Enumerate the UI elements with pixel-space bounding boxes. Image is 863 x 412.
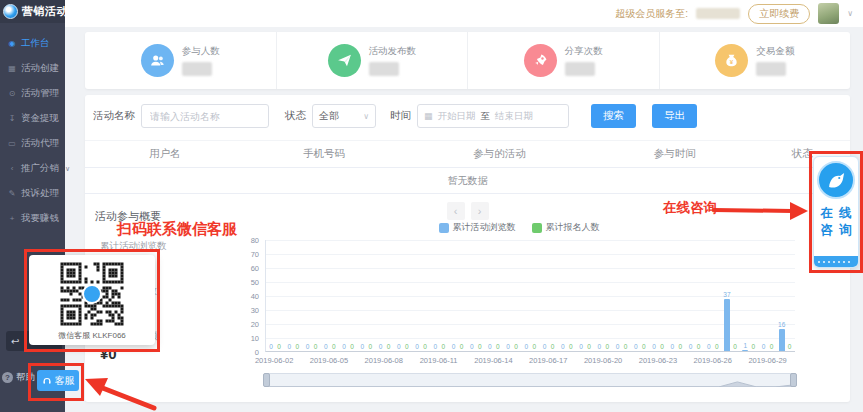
bar-day-group: 00 xyxy=(667,240,685,351)
bar-value-label: 0 xyxy=(624,343,628,350)
bar-value-label: 1 xyxy=(743,342,747,349)
bar-day-group: 160 xyxy=(777,240,795,351)
bar-value-label: 0 xyxy=(277,343,281,350)
rocket-icon xyxy=(524,44,557,77)
x-axis-tick-label: 2019-06-14 xyxy=(474,356,512,365)
renew-now-button[interactable]: 立即续费 xyxy=(748,4,810,24)
stat-card: 活动发布数 xyxy=(276,32,468,89)
export-button[interactable]: 导出 xyxy=(652,104,697,128)
bar-value-label: 0 xyxy=(579,343,583,350)
sidebar-item[interactable]: ✎投诉处理 xyxy=(0,181,65,206)
x-axis-tick-label: 2019-06-26 xyxy=(694,356,732,365)
table-column-header: 参与时间 xyxy=(595,147,754,161)
bar-value-label: 0 xyxy=(606,343,610,350)
bar-value-label: 0 xyxy=(569,343,573,350)
bars-container: 0000000000000000000000000000000000000000… xyxy=(266,240,795,351)
table-column-header: 手机号码 xyxy=(244,147,403,161)
bar-day-group: 00 xyxy=(612,240,630,351)
datazoom-handle-left[interactable] xyxy=(263,373,270,387)
annotation-box-widget xyxy=(809,151,863,273)
bar-value-label: 0 xyxy=(678,343,682,350)
y-axis-tick-label: 30 xyxy=(229,306,259,315)
bar-value-label: 0 xyxy=(332,343,336,350)
bar-value-label: 0 xyxy=(642,343,646,350)
sidebar-item[interactable]: ▦活动创建 xyxy=(0,56,65,81)
x-axis-tick-label: 2019-06-23 xyxy=(639,356,677,365)
next-page-button[interactable]: › xyxy=(471,202,489,220)
user-avatar[interactable] xyxy=(818,3,839,24)
chevron-down-icon[interactable]: ∨ xyxy=(847,9,853,18)
bar-day-group: 370 xyxy=(722,240,740,351)
x-axis-tick-label: 2019-06-08 xyxy=(365,356,403,365)
bar-day-group: 00 xyxy=(394,240,412,351)
sidebar-item[interactable]: ▭活动代理 xyxy=(0,131,65,156)
date-range-picker[interactable]: ▦ 开始日期 至 结束日期 xyxy=(417,104,569,128)
legend-label: 累计活动浏览数 xyxy=(453,221,516,234)
bar-day-group: 00 xyxy=(412,240,430,351)
stat-value-redacted xyxy=(182,62,212,76)
bar-value-label: 0 xyxy=(269,343,273,350)
bar-day-group: 00 xyxy=(485,240,503,351)
x-axis-tick-label: 2019-06-02 xyxy=(255,356,293,365)
bar-value-label: 0 xyxy=(387,343,391,350)
legend-label: 累计报名人数 xyxy=(546,221,600,234)
date-range-to-label: 至 xyxy=(481,110,491,123)
bar-value-label: 0 xyxy=(368,343,372,350)
bar-day-group: 00 xyxy=(631,240,649,351)
stat-value-redacted xyxy=(565,62,595,76)
bar-value-label: 0 xyxy=(670,343,674,350)
sidebar-item-label: 资金提现 xyxy=(21,112,59,125)
prev-page-button[interactable]: ‹ xyxy=(447,202,465,220)
bar-day-group: 00 xyxy=(503,240,521,351)
bar-day-group: 00 xyxy=(375,240,393,351)
bar-value-label: 0 xyxy=(296,343,300,350)
bar-day-group: 00 xyxy=(430,240,448,351)
bar-value-label: 0 xyxy=(543,343,547,350)
datazoom-handle-right[interactable] xyxy=(790,373,797,387)
chart-datazoom-slider[interactable] xyxy=(265,373,795,387)
stat-card: 参与人数 xyxy=(85,32,276,89)
sidebar-item[interactable]: ↧资金提现 xyxy=(0,106,65,131)
sidebar-item[interactable]: +我要赚钱 xyxy=(0,206,65,231)
table-column-header: 用户名 xyxy=(85,147,244,161)
legend-item[interactable]: 累计活动浏览数 xyxy=(439,221,516,234)
sidebar-item[interactable]: ◉工作台 xyxy=(0,31,65,56)
bar-value-label: 0 xyxy=(715,343,719,350)
bar-day-group: 00 xyxy=(649,240,667,351)
start-date-placeholder: 开始日期 xyxy=(438,110,476,123)
money-bag-icon: ¥ xyxy=(715,44,748,77)
bar-day-group: 00 xyxy=(521,240,539,351)
x-axis-tick-label: 2019-06-11 xyxy=(420,356,458,365)
bar-value-label: 0 xyxy=(533,343,537,350)
app-window: 营销活动 ◉工作台▦活动创建⊙活动管理↧资金提现▭活动代理‹推广分销∨✎投诉处理… xyxy=(0,0,863,412)
activity-name-input[interactable] xyxy=(141,104,269,128)
bar-value-label: 0 xyxy=(770,343,774,350)
bar-value-label: 0 xyxy=(707,343,711,350)
bar-value-label: 0 xyxy=(314,343,318,350)
stat-card: 分享次数 xyxy=(467,32,659,89)
legend-swatch xyxy=(532,223,542,233)
bar-day-group: 00 xyxy=(321,240,339,351)
annotation-online-note: 在线咨询 xyxy=(663,199,717,217)
bar-chart: 0000000000000000000000000000000000000000… xyxy=(229,235,809,395)
bar-value-label: 0 xyxy=(525,343,529,350)
stat-value-redacted xyxy=(756,62,786,76)
bar-day-group: 10 xyxy=(740,240,758,351)
bar-value-label: 0 xyxy=(697,343,701,350)
bar-value-label: 0 xyxy=(405,343,409,350)
sidebar-item[interactable]: ‹推广分销∨ xyxy=(0,156,65,181)
y-axis-tick-label: 50 xyxy=(229,278,259,287)
bar-day-group: 00 xyxy=(302,240,320,351)
bar-value-label: 0 xyxy=(514,343,518,350)
bar-day-group: 00 xyxy=(576,240,594,351)
manage-icon: ⊙ xyxy=(7,89,17,98)
app-logo-icon xyxy=(3,4,18,19)
status-select[interactable]: 全部 ∨ xyxy=(312,104,376,128)
legend-item[interactable]: 累计报名人数 xyxy=(532,221,600,234)
end-date-placeholder: 结束日期 xyxy=(495,110,533,123)
sidebar-item[interactable]: ⊙活动管理 xyxy=(0,81,65,106)
search-button[interactable]: 搜索 xyxy=(591,104,636,128)
app-logo[interactable]: 营销活动 xyxy=(0,0,65,23)
stat-card-label: 交易金额 xyxy=(756,45,794,58)
withdraw-icon: ↧ xyxy=(7,114,17,123)
